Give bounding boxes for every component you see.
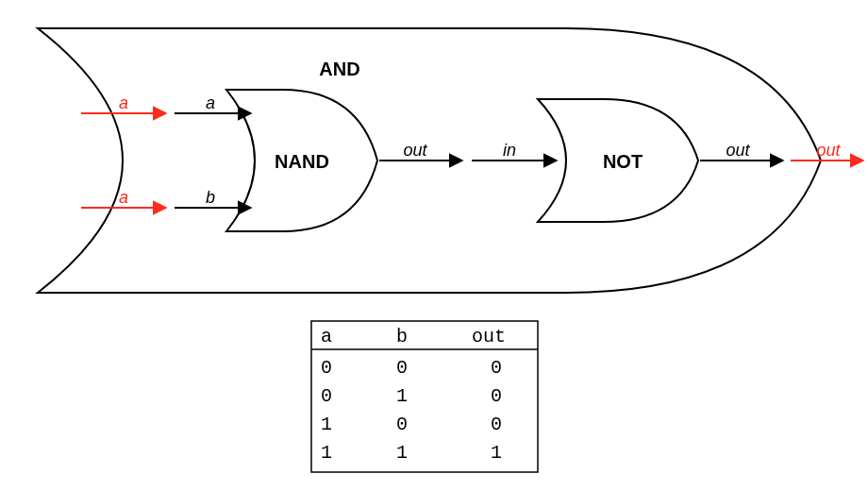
tt-row-0: 0 0 0 xyxy=(321,357,502,379)
svg-text:0: 0 xyxy=(321,385,332,407)
wire-to-nand-b: b xyxy=(175,188,251,208)
outer-gate-label: AND xyxy=(319,59,359,79)
tt-col-out: out xyxy=(472,326,506,347)
diagram-root: AND a a NAND a b out in NOT o xyxy=(0,0,868,491)
svg-text:1: 1 xyxy=(321,414,332,435)
svg-text:1: 1 xyxy=(491,442,502,464)
nand-output-label: out xyxy=(403,141,427,160)
outer-input-a-top-label: a xyxy=(119,93,128,112)
outer-input-a-top: a xyxy=(81,93,166,113)
svg-text:1: 1 xyxy=(396,442,408,464)
wire-not-in: in xyxy=(472,141,557,161)
wire-not-out: out xyxy=(700,141,783,161)
svg-text:0: 0 xyxy=(396,414,408,435)
svg-text:0: 0 xyxy=(396,357,408,379)
not-gate-label: NOT xyxy=(603,151,643,172)
wire-nand-out: out xyxy=(379,141,462,161)
not-gate: NOT xyxy=(538,99,698,222)
outer-output: out xyxy=(791,141,863,161)
nand-gate: NAND xyxy=(226,90,377,231)
svg-text:0: 0 xyxy=(491,385,502,407)
svg-text:1: 1 xyxy=(396,385,408,407)
svg-text:0: 0 xyxy=(491,414,502,435)
svg-text:0: 0 xyxy=(321,357,332,379)
svg-text:1: 1 xyxy=(321,442,332,464)
tt-row-1: 0 1 0 xyxy=(321,385,502,407)
tt-col-a: a xyxy=(321,326,332,347)
outer-output-label: out xyxy=(816,141,841,160)
nand-input-b-label: b xyxy=(206,188,215,207)
svg-text:0: 0 xyxy=(491,357,502,379)
tt-col-b: b xyxy=(396,326,408,347)
outer-input-a-bottom: a xyxy=(81,188,166,208)
tt-row-2: 1 0 0 xyxy=(321,414,502,435)
not-output-label: out xyxy=(726,141,750,160)
nand-input-a-label: a xyxy=(206,93,215,112)
tt-row-3: 1 1 1 xyxy=(321,442,502,464)
not-input-label: in xyxy=(503,141,516,160)
nand-gate-label: NAND xyxy=(275,151,329,172)
truth-table: a b out 0 0 0 0 1 0 1 0 0 1 1 1 xyxy=(311,321,538,472)
outer-input-a-bottom-label: a xyxy=(119,188,128,207)
